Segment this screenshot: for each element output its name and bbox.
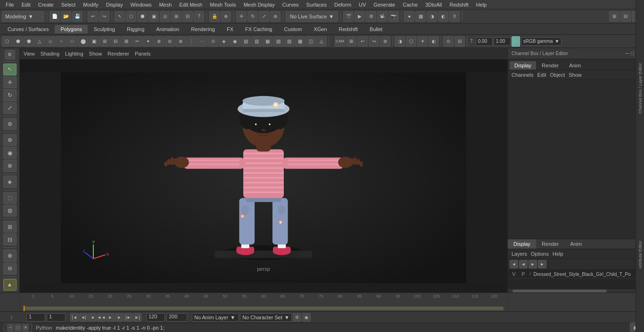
origin-lt[interactable]: ▲ — [3, 279, 17, 291]
show-wire[interactable]: ▦ — [415, 11, 426, 22]
custom-lt[interactable]: ⊖ — [3, 263, 17, 275]
tool8[interactable]: ? — [194, 11, 204, 22]
undo-btn[interactable]: ↩ — [88, 11, 98, 22]
shelf-icon-25[interactable]: ▦ — [262, 36, 272, 47]
redo-btn[interactable]: ↪ — [99, 11, 109, 22]
layers-tab-render[interactable]: Render — [536, 239, 564, 249]
menu-help[interactable]: Help — [472, 1, 491, 8]
shelf-fx[interactable]: FX — [221, 25, 239, 33]
shading-btn[interactable]: ◑ — [395, 36, 405, 47]
snap-curve-lt[interactable]: ◉ — [3, 147, 17, 159]
rotate-tool-lt[interactable]: ↻ — [3, 89, 17, 101]
shelf-bullet[interactable]: Bullet — [364, 25, 388, 33]
shelf-icon-26[interactable]: ▧ — [273, 36, 283, 47]
shelf-icon-29[interactable]: ◫ — [305, 36, 316, 47]
soft-mod-lt[interactable]: ⊛ — [3, 118, 17, 130]
shelf-icon-15[interactable]: ⊕ — [154, 36, 164, 47]
redo-cam-btn[interactable]: ↪ — [369, 36, 379, 47]
grid-lt[interactable]: ⊞ — [3, 221, 17, 233]
cb-menu-show[interactable]: Show — [569, 72, 582, 78]
render-seq[interactable]: 📽 — [377, 11, 388, 22]
shelf-xgen[interactable]: XGen — [308, 25, 332, 33]
select-tool-lt[interactable]: ↖ — [3, 64, 17, 75]
menu-mesh[interactable]: Mesh — [155, 1, 175, 8]
layer-p-btn[interactable]: P — [520, 271, 527, 277]
sculpt-tool-lt[interactable]: ◈ — [3, 176, 17, 187]
resolution-btn[interactable]: ⊟ — [454, 36, 465, 47]
cb-menu-object[interactable]: Object — [550, 72, 565, 78]
restore-window-btn[interactable]: □ — [15, 324, 21, 331]
layers-scrollbar-h[interactable] — [508, 289, 644, 292]
minimize-window-btn[interactable]: ─ — [7, 324, 14, 331]
menu-deform[interactable]: Deform — [330, 1, 355, 8]
menu-redshift[interactable]: Redshift — [446, 1, 472, 8]
shelf-fx-caching[interactable]: FX Caching — [239, 25, 278, 33]
menu-file[interactable]: File — [2, 1, 18, 8]
shelf-icon-1[interactable]: ⬡ — [2, 36, 12, 47]
channel-box-label[interactable]: Channel Box / Layer Editor — [638, 63, 643, 114]
shelf-icon-11[interactable]: ⊟ — [110, 36, 121, 47]
next-frame-btn[interactable]: ► — [115, 313, 124, 322]
start-frame-field[interactable]: 1 — [26, 313, 45, 322]
shelf-rendering[interactable]: Rendering — [185, 25, 221, 33]
attr-lt[interactable]: ⊕ — [3, 250, 17, 261]
lasso-tool[interactable]: ⬡ — [126, 11, 136, 22]
menu-mesh-tools[interactable]: Mesh Tools — [206, 1, 239, 8]
timeline[interactable]: 1 5 10 15 20 25 30 35 40 45 50 55 60 65 … — [0, 292, 644, 311]
shelf-icon-24[interactable]: ▥ — [251, 36, 262, 47]
shelf-icon-12[interactable]: ⊠ — [121, 36, 132, 47]
shelf-icon-22[interactable]: ◉ — [230, 36, 240, 47]
light-btn[interactable]: ☀ — [417, 36, 428, 47]
shelf-icon-7[interactable]: ⬭ — [67, 36, 77, 47]
shelf-icon-16[interactable]: ⊖ — [165, 36, 175, 47]
cb-maximize-btn[interactable]: □ — [631, 50, 634, 57]
menu-windows[interactable]: Windows — [127, 1, 156, 8]
menu-generate[interactable]: Generate — [370, 1, 399, 8]
anim-settings-btn[interactable]: ⚙ — [293, 313, 301, 322]
menu-select[interactable]: Select — [58, 1, 80, 8]
cb-menu-channels[interactable]: Channels — [512, 72, 533, 78]
shelf-icon-10[interactable]: ⊞ — [99, 36, 110, 47]
shelf-curves-surfaces[interactable]: Curves / Surfaces — [2, 25, 54, 33]
playback-end-field[interactable]: 200 — [166, 313, 187, 322]
cb-tab-display[interactable]: Display — [510, 61, 536, 70]
next-key-btn[interactable]: |► — [124, 313, 132, 322]
go-start-btn[interactable]: |◄ — [70, 313, 79, 322]
menu-mesh-display[interactable]: Mesh Display — [240, 1, 279, 8]
shelf-icon-14[interactable]: ✦ — [143, 36, 153, 47]
ipr-render[interactable]: ▶ — [355, 11, 365, 22]
timeline-ruler[interactable]: 1 5 10 15 20 25 30 35 40 45 50 55 60 65 … — [20, 293, 507, 311]
show-full[interactable]: ◐ — [438, 11, 448, 22]
play-back-btn[interactable]: ◄◄ — [97, 313, 106, 322]
shelf-rigging[interactable]: Rigging — [121, 25, 150, 33]
layer-row-1[interactable]: V P / Dressed_Street_Style_Black_Girl_Ch… — [508, 270, 644, 279]
prev-key-btn[interactable]: ◄| — [79, 313, 88, 322]
shelf-icon-18[interactable]: ⋮ — [186, 36, 197, 47]
layers-prev-btn[interactable]: ◄ — [519, 260, 528, 268]
lock-btn[interactable]: 🔒 — [209, 11, 220, 22]
cam-btn[interactable]: CAM — [335, 36, 345, 47]
sym-tool[interactable]: ⊞ — [171, 11, 182, 22]
mode-dropdown[interactable]: Modeling ▼ — [2, 11, 44, 22]
render-view[interactable]: 🎬 — [343, 11, 354, 22]
anim-layer-dropdown[interactable]: No Anim Layer ▼ — [192, 313, 239, 322]
shelf-icon-17[interactable]: ⊗ — [175, 36, 186, 47]
settings-gear[interactable]: ⚙ — [5, 50, 15, 59]
save-file-btn[interactable]: 💾 — [72, 11, 83, 22]
texture-btn[interactable]: ⬡ — [406, 36, 416, 47]
live-surface-btn[interactable]: No Live Surface ▼ — [286, 11, 338, 22]
shelf-icon-19[interactable]: ⋯ — [197, 36, 207, 47]
shelf-redshift[interactable]: Redshift — [333, 25, 363, 33]
cb-menu-edit[interactable]: Edit — [537, 72, 546, 78]
end-frame-field[interactable]: 120 — [146, 313, 165, 322]
rotate-tool[interactable]: ↻ — [248, 11, 258, 22]
vp-menu-lighting[interactable]: Lighting — [65, 51, 83, 57]
undo-cam-btn[interactable]: ↩ — [357, 36, 368, 47]
shelf-icon-30[interactable]: ◬ — [316, 36, 327, 47]
layers-tab-anim[interactable]: Anim — [564, 239, 587, 249]
layers-menu-layers[interactable]: Layers — [512, 251, 527, 257]
move-tool[interactable]: ✛ — [236, 11, 247, 22]
scene-ui-btn[interactable]: ⊞ — [609, 11, 619, 22]
go-end-btn[interactable]: ►| — [133, 313, 141, 322]
close-window-btn[interactable]: ✕ — [22, 324, 29, 331]
